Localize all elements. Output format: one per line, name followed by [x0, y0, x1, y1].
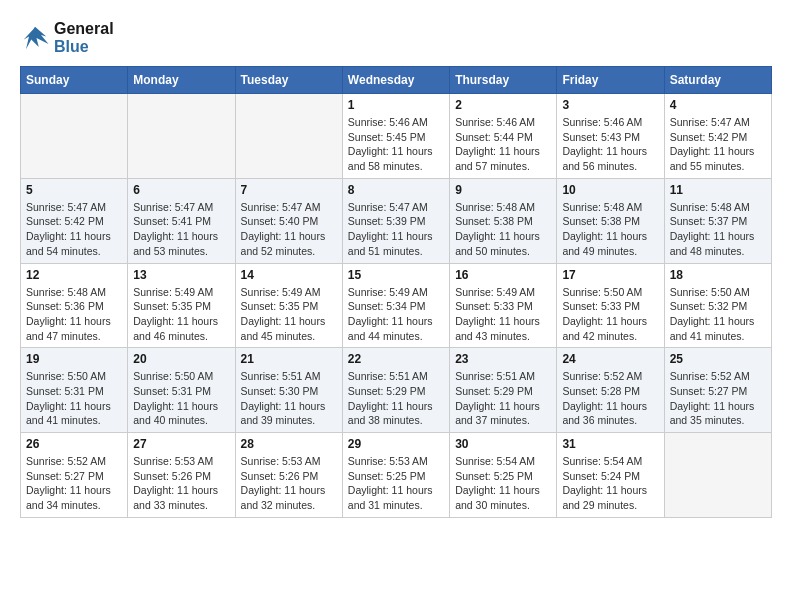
- calendar-cell: [235, 94, 342, 179]
- weekday-header-wednesday: Wednesday: [342, 67, 449, 94]
- calendar-cell: 23Sunrise: 5:51 AM Sunset: 5:29 PM Dayli…: [450, 348, 557, 433]
- day-info: Sunrise: 5:54 AM Sunset: 5:25 PM Dayligh…: [455, 454, 551, 513]
- day-info: Sunrise: 5:51 AM Sunset: 5:29 PM Dayligh…: [455, 369, 551, 428]
- day-info: Sunrise: 5:46 AM Sunset: 5:45 PM Dayligh…: [348, 115, 444, 174]
- day-number: 9: [455, 183, 551, 197]
- calendar-cell: 26Sunrise: 5:52 AM Sunset: 5:27 PM Dayli…: [21, 433, 128, 518]
- weekday-header-thursday: Thursday: [450, 67, 557, 94]
- day-number: 27: [133, 437, 229, 451]
- day-info: Sunrise: 5:51 AM Sunset: 5:30 PM Dayligh…: [241, 369, 337, 428]
- calendar-cell: 25Sunrise: 5:52 AM Sunset: 5:27 PM Dayli…: [664, 348, 771, 433]
- calendar-cell: 3Sunrise: 5:46 AM Sunset: 5:43 PM Daylig…: [557, 94, 664, 179]
- day-info: Sunrise: 5:48 AM Sunset: 5:36 PM Dayligh…: [26, 285, 122, 344]
- calendar-cell: 12Sunrise: 5:48 AM Sunset: 5:36 PM Dayli…: [21, 263, 128, 348]
- day-info: Sunrise: 5:49 AM Sunset: 5:35 PM Dayligh…: [241, 285, 337, 344]
- day-info: Sunrise: 5:47 AM Sunset: 5:42 PM Dayligh…: [670, 115, 766, 174]
- calendar-cell: 16Sunrise: 5:49 AM Sunset: 5:33 PM Dayli…: [450, 263, 557, 348]
- day-info: Sunrise: 5:49 AM Sunset: 5:35 PM Dayligh…: [133, 285, 229, 344]
- weekday-header-row: SundayMondayTuesdayWednesdayThursdayFrid…: [21, 67, 772, 94]
- day-number: 11: [670, 183, 766, 197]
- day-info: Sunrise: 5:48 AM Sunset: 5:38 PM Dayligh…: [562, 200, 658, 259]
- day-info: Sunrise: 5:50 AM Sunset: 5:31 PM Dayligh…: [133, 369, 229, 428]
- calendar-table: SundayMondayTuesdayWednesdayThursdayFrid…: [20, 66, 772, 518]
- calendar-cell: 20Sunrise: 5:50 AM Sunset: 5:31 PM Dayli…: [128, 348, 235, 433]
- calendar-cell: 24Sunrise: 5:52 AM Sunset: 5:28 PM Dayli…: [557, 348, 664, 433]
- calendar-cell: 5Sunrise: 5:47 AM Sunset: 5:42 PM Daylig…: [21, 178, 128, 263]
- calendar-cell: [128, 94, 235, 179]
- calendar-cell: 17Sunrise: 5:50 AM Sunset: 5:33 PM Dayli…: [557, 263, 664, 348]
- logo-text: General Blue: [54, 20, 114, 56]
- day-number: 31: [562, 437, 658, 451]
- weekday-header-saturday: Saturday: [664, 67, 771, 94]
- calendar-cell: 29Sunrise: 5:53 AM Sunset: 5:25 PM Dayli…: [342, 433, 449, 518]
- calendar-cell: 8Sunrise: 5:47 AM Sunset: 5:39 PM Daylig…: [342, 178, 449, 263]
- day-number: 8: [348, 183, 444, 197]
- calendar-cell: [664, 433, 771, 518]
- weekday-header-sunday: Sunday: [21, 67, 128, 94]
- logo-icon: [20, 23, 50, 53]
- day-info: Sunrise: 5:53 AM Sunset: 5:26 PM Dayligh…: [241, 454, 337, 513]
- calendar-cell: 13Sunrise: 5:49 AM Sunset: 5:35 PM Dayli…: [128, 263, 235, 348]
- day-info: Sunrise: 5:47 AM Sunset: 5:41 PM Dayligh…: [133, 200, 229, 259]
- calendar-cell: 11Sunrise: 5:48 AM Sunset: 5:37 PM Dayli…: [664, 178, 771, 263]
- day-number: 12: [26, 268, 122, 282]
- day-info: Sunrise: 5:50 AM Sunset: 5:31 PM Dayligh…: [26, 369, 122, 428]
- day-number: 3: [562, 98, 658, 112]
- day-number: 7: [241, 183, 337, 197]
- day-number: 30: [455, 437, 551, 451]
- calendar-cell: 19Sunrise: 5:50 AM Sunset: 5:31 PM Dayli…: [21, 348, 128, 433]
- day-number: 21: [241, 352, 337, 366]
- calendar-cell: 2Sunrise: 5:46 AM Sunset: 5:44 PM Daylig…: [450, 94, 557, 179]
- day-number: 29: [348, 437, 444, 451]
- weekday-header-monday: Monday: [128, 67, 235, 94]
- day-number: 25: [670, 352, 766, 366]
- day-info: Sunrise: 5:47 AM Sunset: 5:42 PM Dayligh…: [26, 200, 122, 259]
- day-info: Sunrise: 5:50 AM Sunset: 5:33 PM Dayligh…: [562, 285, 658, 344]
- page-header: General Blue: [20, 20, 772, 56]
- day-number: 1: [348, 98, 444, 112]
- day-number: 18: [670, 268, 766, 282]
- day-info: Sunrise: 5:52 AM Sunset: 5:27 PM Dayligh…: [670, 369, 766, 428]
- calendar-cell: 10Sunrise: 5:48 AM Sunset: 5:38 PM Dayli…: [557, 178, 664, 263]
- day-info: Sunrise: 5:48 AM Sunset: 5:37 PM Dayligh…: [670, 200, 766, 259]
- calendar-cell: 22Sunrise: 5:51 AM Sunset: 5:29 PM Dayli…: [342, 348, 449, 433]
- calendar-cell: 27Sunrise: 5:53 AM Sunset: 5:26 PM Dayli…: [128, 433, 235, 518]
- calendar-cell: 15Sunrise: 5:49 AM Sunset: 5:34 PM Dayli…: [342, 263, 449, 348]
- day-number: 6: [133, 183, 229, 197]
- day-number: 20: [133, 352, 229, 366]
- week-row-1: 1Sunrise: 5:46 AM Sunset: 5:45 PM Daylig…: [21, 94, 772, 179]
- calendar-cell: [21, 94, 128, 179]
- week-row-2: 5Sunrise: 5:47 AM Sunset: 5:42 PM Daylig…: [21, 178, 772, 263]
- calendar-cell: 28Sunrise: 5:53 AM Sunset: 5:26 PM Dayli…: [235, 433, 342, 518]
- day-number: 16: [455, 268, 551, 282]
- calendar-cell: 9Sunrise: 5:48 AM Sunset: 5:38 PM Daylig…: [450, 178, 557, 263]
- day-number: 4: [670, 98, 766, 112]
- day-number: 14: [241, 268, 337, 282]
- day-number: 10: [562, 183, 658, 197]
- calendar-cell: 1Sunrise: 5:46 AM Sunset: 5:45 PM Daylig…: [342, 94, 449, 179]
- calendar-cell: 31Sunrise: 5:54 AM Sunset: 5:24 PM Dayli…: [557, 433, 664, 518]
- day-info: Sunrise: 5:53 AM Sunset: 5:26 PM Dayligh…: [133, 454, 229, 513]
- calendar-cell: 14Sunrise: 5:49 AM Sunset: 5:35 PM Dayli…: [235, 263, 342, 348]
- svg-marker-0: [24, 27, 49, 50]
- day-number: 19: [26, 352, 122, 366]
- day-info: Sunrise: 5:53 AM Sunset: 5:25 PM Dayligh…: [348, 454, 444, 513]
- calendar-cell: 21Sunrise: 5:51 AM Sunset: 5:30 PM Dayli…: [235, 348, 342, 433]
- day-number: 26: [26, 437, 122, 451]
- day-info: Sunrise: 5:47 AM Sunset: 5:39 PM Dayligh…: [348, 200, 444, 259]
- day-info: Sunrise: 5:49 AM Sunset: 5:34 PM Dayligh…: [348, 285, 444, 344]
- week-row-3: 12Sunrise: 5:48 AM Sunset: 5:36 PM Dayli…: [21, 263, 772, 348]
- week-row-5: 26Sunrise: 5:52 AM Sunset: 5:27 PM Dayli…: [21, 433, 772, 518]
- day-info: Sunrise: 5:52 AM Sunset: 5:27 PM Dayligh…: [26, 454, 122, 513]
- week-row-4: 19Sunrise: 5:50 AM Sunset: 5:31 PM Dayli…: [21, 348, 772, 433]
- day-info: Sunrise: 5:49 AM Sunset: 5:33 PM Dayligh…: [455, 285, 551, 344]
- day-info: Sunrise: 5:50 AM Sunset: 5:32 PM Dayligh…: [670, 285, 766, 344]
- day-info: Sunrise: 5:54 AM Sunset: 5:24 PM Dayligh…: [562, 454, 658, 513]
- calendar-cell: 6Sunrise: 5:47 AM Sunset: 5:41 PM Daylig…: [128, 178, 235, 263]
- day-number: 13: [133, 268, 229, 282]
- day-number: 5: [26, 183, 122, 197]
- day-info: Sunrise: 5:47 AM Sunset: 5:40 PM Dayligh…: [241, 200, 337, 259]
- weekday-header-friday: Friday: [557, 67, 664, 94]
- day-number: 15: [348, 268, 444, 282]
- day-info: Sunrise: 5:51 AM Sunset: 5:29 PM Dayligh…: [348, 369, 444, 428]
